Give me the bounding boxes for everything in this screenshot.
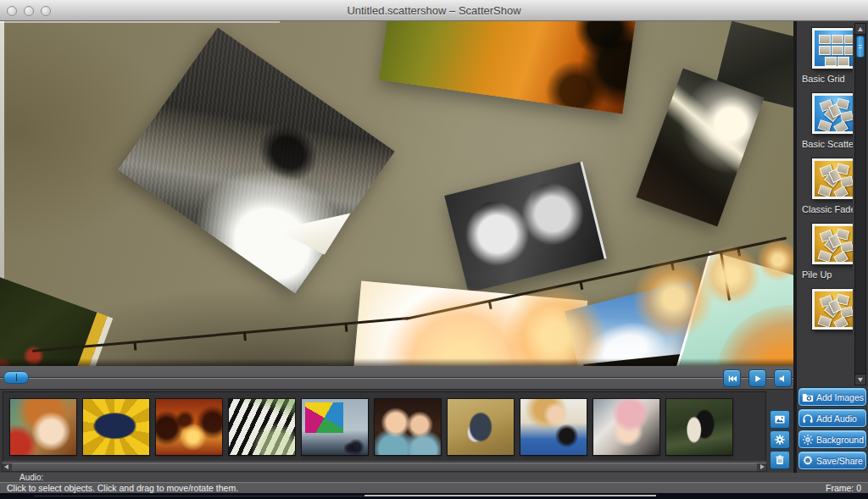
sun-icon: [802, 434, 814, 446]
mini-photo: [825, 57, 837, 66]
button-label: Save/Share: [816, 456, 863, 466]
template-basic-grid[interactable]: Basic Grid: [802, 28, 853, 84]
glowing-white-photo[interactable]: [352, 281, 587, 366]
filmstrip: [0, 390, 793, 473]
template-classic-fade[interactable]: Classic Fade: [802, 158, 853, 214]
add-audio-button[interactable]: Add Audio: [798, 409, 866, 427]
add-images-button[interactable]: Add Images: [798, 388, 866, 406]
mini-photo: [844, 35, 853, 44]
template-thumbnail[interactable]: [812, 289, 853, 330]
template-thumbnail[interactable]: [812, 93, 853, 134]
mini-photo: [819, 35, 831, 44]
mini-photo: [833, 316, 849, 330]
template-pile-up[interactable]: Pile Up: [802, 224, 853, 280]
trash-icon: [774, 454, 786, 466]
template-thumbnail[interactable]: [812, 224, 853, 264]
scroll-down-arrow-icon[interactable]: [855, 374, 865, 385]
mini-photo: [833, 186, 849, 199]
template-list: Basic GridBasic ScatterClassic FadePile …: [797, 21, 853, 385]
woman-with-camera-thumbnail[interactable]: [520, 399, 587, 455]
timeline-track[interactable]: [0, 377, 793, 379]
speaker-button[interactable]: [774, 369, 792, 387]
preview-canvas[interactable]: [0, 21, 793, 366]
background-button[interactable]: Background: [798, 430, 866, 448]
filmstrip-scrollbar[interactable]: [2, 463, 767, 472]
sunset-party-thumbnail[interactable]: [156, 399, 222, 455]
sunburst-dark-photo[interactable]: [636, 68, 764, 226]
mini-photo: [818, 119, 832, 132]
action-button-panel: Add ImagesAdd AudioBackgroundSave/Share: [797, 388, 868, 473]
skip-to-start-button[interactable]: [723, 369, 741, 387]
scrollbar-thumb[interactable]: [856, 36, 865, 58]
template-basic-scatter[interactable]: Basic Scatter: [802, 93, 853, 149]
scroll-up-arrow-icon[interactable]: [855, 24, 865, 35]
sunflower-butterfly-thumbnail[interactable]: [83, 399, 149, 455]
filmstrip-panel: [3, 391, 766, 462]
template-label: Pile Up: [802, 269, 853, 280]
couple-in-grass-thumbnail[interactable]: [448, 399, 514, 455]
mini-photo: [832, 46, 843, 55]
wedding-kiss-thumbnail[interactable]: [666, 399, 732, 455]
scroll-left-arrow-icon[interactable]: [3, 463, 12, 471]
button-label: Add Audio: [816, 413, 857, 424]
template-partial[interactable]: [802, 289, 853, 330]
bw-sunglasses-couple-photo[interactable]: [444, 161, 607, 292]
headphones-icon: [802, 413, 814, 424]
play-icon: [753, 374, 763, 384]
template-thumbnail[interactable]: [812, 28, 853, 69]
save-share-button[interactable]: Save/Share: [798, 452, 866, 469]
audio-status: Audio:: [0, 473, 868, 482]
two-women-thumbnail[interactable]: [375, 399, 441, 455]
titlebar: Untitled.scattershow – ScatterShow: [0, 0, 868, 21]
template-label: Classic Fade: [802, 204, 853, 214]
scattershow-window: Untitled.scattershow – ScatterShow: [0, 0, 868, 499]
canvas-top-edge: [0, 21, 280, 23]
play-button[interactable]: [748, 369, 766, 387]
window-title: Untitled.scattershow – ScatterShow: [0, 0, 868, 21]
baby-pink-hat-thumbnail[interactable]: [593, 399, 659, 455]
image-icon: [774, 413, 786, 425]
button-label: Add Images: [816, 392, 864, 402]
button-label: Background: [816, 435, 864, 445]
template-scrollbar[interactable]: [854, 23, 866, 385]
mini-photo: [832, 35, 843, 44]
speaker-icon: [778, 374, 788, 384]
mini-photo: [837, 57, 849, 66]
yellow-border-photo[interactable]: [0, 272, 108, 366]
frame-counter: Frame: 0: [826, 483, 861, 493]
status-bar: Audio: Click to select objects. Click an…: [0, 473, 868, 493]
canvas-bottom-shadow: [0, 358, 793, 366]
autumn-path-photo[interactable]: [379, 21, 638, 114]
mini-photo: [818, 250, 832, 263]
zebra-thumbnail[interactable]: [229, 399, 295, 455]
timeline-slider[interactable]: [3, 371, 29, 384]
gear-icon: [774, 434, 786, 446]
template-thumbnail[interactable]: [812, 158, 853, 199]
settings-button[interactable]: [770, 430, 790, 449]
beach-kite-thumbnail[interactable]: [302, 399, 368, 455]
bw-fishing-photo[interactable]: [118, 27, 394, 293]
skip-start-icon: [727, 374, 737, 384]
template-label: Basic Grid: [802, 74, 853, 84]
fit-images-button[interactable]: [770, 410, 790, 429]
scroll-right-arrow-icon[interactable]: [757, 463, 766, 471]
toddler-portrait-thumbnail[interactable]: [10, 399, 76, 455]
mini-photo: [833, 120, 849, 134]
right-panel: Basic GridBasic ScatterClassic FadePile …: [797, 21, 868, 473]
mini-photo: [818, 185, 832, 197]
mini-photo: [818, 315, 832, 328]
delete-button[interactable]: [770, 451, 790, 469]
template-label: Basic Scatter: [802, 139, 853, 149]
mini-photo: [833, 251, 849, 264]
desktop-strip: [0, 493, 868, 499]
mini-photo: [819, 46, 831, 55]
mini-photo: [844, 46, 853, 55]
camera-icon: [802, 391, 814, 403]
burst-icon: [802, 455, 814, 467]
hint-text: Click to select objects. Click and drag …: [7, 483, 238, 493]
timeline: [0, 366, 793, 390]
filmstrip-tools: [770, 410, 792, 471]
